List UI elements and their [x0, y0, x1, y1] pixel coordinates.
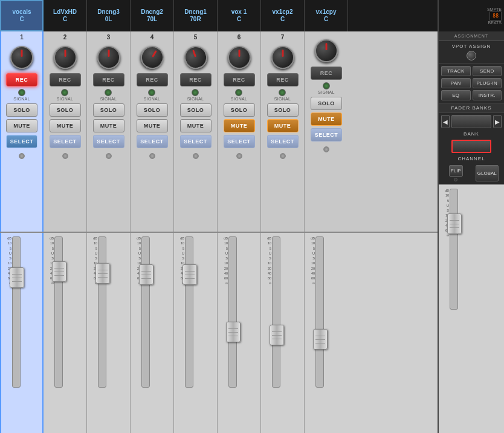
knob-7[interactable] [271, 46, 294, 69]
fader-thumb-1[interactable] [10, 267, 24, 288]
solo-button-2[interactable]: SOLO [50, 103, 81, 117]
channel-name-3: Dncng3 [97, 8, 120, 16]
channel-name-6: vox 1 [231, 8, 247, 16]
select-button-7[interactable]: SELECT [267, 135, 299, 148]
channel-header-2[interactable]: LdVxHD C [44, 0, 87, 31]
flip-button[interactable]: FLIP [449, 165, 463, 177]
knob-5[interactable] [181, 43, 210, 73]
scale-ch-1: dB105US10204060∞ [2, 235, 12, 431]
channel-name-2: LdVxHD [53, 8, 77, 16]
bank-button-left[interactable] [451, 115, 491, 128]
rec-button-7[interactable]: REC [267, 73, 299, 86]
channel-strip-1: 1 REC SIGNAL SOLO MUTE SELECT [0, 31, 44, 232]
channel-strip-4: 4 REC SIGNAL SOLO MUTE SELECT [131, 31, 174, 232]
mute-button-7[interactable]: MUTE [267, 119, 299, 132]
select-button-2[interactable]: SELECT [50, 135, 81, 148]
rec-button-4[interactable]: REC [137, 73, 168, 86]
solo-button-3[interactable]: SOLO [93, 103, 124, 117]
rec-button-2[interactable]: REC [50, 73, 81, 86]
channel-header-1[interactable]: vocals C [0, 0, 44, 31]
rec-button-1[interactable]: REC [6, 73, 37, 86]
connector-2 [62, 153, 68, 159]
channel-text: CHANNEL [457, 156, 485, 161]
fader-thumb-6[interactable] [226, 322, 241, 342]
mute-button-1[interactable]: MUTE [6, 119, 37, 132]
vpot-knob[interactable] [467, 51, 476, 60]
send-button[interactable]: SEND [473, 66, 502, 76]
signal-label-5: SIGNAL [187, 97, 204, 101]
select-button-6[interactable]: SELECT [224, 135, 255, 148]
plugin-button[interactable]: PLUG-IN [473, 78, 502, 88]
global-section: GLOBAL [473, 165, 502, 181]
fader-thumb-8[interactable] [313, 329, 328, 350]
rail-ch-1 [12, 236, 21, 388]
channel-header-6[interactable]: vox 1 C [218, 0, 261, 31]
solo-button-1[interactable]: SOLO [6, 103, 37, 117]
mute-button-6[interactable]: MUTE [224, 119, 255, 132]
fader-thumb-3[interactable] [95, 263, 110, 284]
smpte-section: SMPTE 88 BEATS [487, 7, 502, 25]
signal-label-6: SIGNAL [231, 97, 247, 101]
connector-1 [19, 153, 25, 159]
solo-button-4[interactable]: SOLO [137, 103, 168, 117]
channel-number-1: 1 [20, 34, 24, 41]
global-button[interactable]: GLOBAL [476, 165, 499, 181]
mute-button-5[interactable]: MUTE [180, 119, 212, 132]
solo-button-7[interactable]: SOLO [267, 103, 299, 117]
mute-button-2[interactable]: MUTE [50, 119, 81, 132]
channel-sub-4: 70L [147, 16, 157, 23]
knob-container-8 [313, 37, 340, 64]
channel-name-5: Dncng1 [184, 8, 207, 16]
select-button-4[interactable]: SELECT [137, 135, 168, 148]
mute-button-8[interactable]: MUTE [311, 112, 342, 126]
channel-headers: vocals C LdVxHD C Dncng3 0L Dncng2 70L D… [0, 0, 438, 31]
connector-5 [193, 153, 199, 159]
solo-button-8[interactable]: SOLO [311, 97, 342, 110]
fader-thumb-4[interactable] [139, 264, 153, 285]
signal-label-1: SIGNAL [13, 97, 30, 101]
signal-dot-4 [148, 89, 155, 96]
rail-ch-7 [272, 236, 280, 388]
channel-header-7[interactable]: vx1cp2 C [261, 0, 305, 31]
pan-button[interactable]: PAN [441, 78, 471, 88]
rec-button-3[interactable]: REC [93, 73, 124, 86]
knob-4[interactable] [137, 42, 168, 73]
channel-header-3[interactable]: Dncng3 0L [87, 0, 131, 31]
fader-thumb-7[interactable] [270, 325, 284, 345]
channel-header-8[interactable]: vx1cpy C [305, 0, 348, 31]
select-button-1[interactable]: SELECT [6, 135, 37, 148]
knob-8[interactable] [315, 39, 338, 62]
rec-button-6[interactable]: REC [224, 73, 255, 86]
rec-button-8[interactable]: REC [311, 67, 342, 80]
mute-button-3[interactable]: MUTE [93, 119, 124, 132]
knob-container-4 [139, 44, 166, 71]
fader-thumb-2[interactable] [52, 261, 66, 282]
mute-button-4[interactable]: MUTE [137, 119, 168, 132]
signal-indicator-5: SIGNAL [187, 89, 204, 101]
select-button-5[interactable]: SELECT [180, 135, 212, 148]
instr-button[interactable]: INSTR. [473, 90, 502, 100]
knob-6[interactable] [228, 46, 251, 69]
knob-2[interactable] [54, 46, 77, 69]
bank-prev-button[interactable]: ◀ [441, 115, 450, 128]
signal-dot-6 [235, 89, 242, 96]
rec-button-5[interactable]: REC [180, 73, 212, 86]
signal-label-3: SIGNAL [100, 97, 117, 101]
solo-button-5[interactable]: SOLO [180, 103, 212, 117]
select-button-8[interactable]: SELECT [311, 128, 342, 142]
fader-thumb-right[interactable] [447, 213, 462, 234]
eq-button[interactable]: EQ [441, 90, 471, 100]
signal-dot-8 [323, 82, 330, 90]
channel-button[interactable] [451, 140, 491, 153]
knob-1[interactable] [10, 46, 33, 69]
smpte-display: 88 [489, 11, 502, 21]
bank-next-button[interactable]: ▶ [493, 115, 502, 128]
select-button-3[interactable]: SELECT [93, 135, 124, 148]
solo-button-6[interactable]: SOLO [224, 103, 255, 117]
fader-thumb-5[interactable] [183, 264, 197, 285]
fader-ch-6: dB105US10204060∞ [218, 233, 261, 433]
knob-3[interactable] [97, 46, 120, 69]
channel-header-4[interactable]: Dncng2 70L [131, 0, 174, 31]
channel-header-5[interactable]: Dncng1 70R [174, 0, 218, 31]
track-button[interactable]: TRACK [441, 66, 471, 76]
